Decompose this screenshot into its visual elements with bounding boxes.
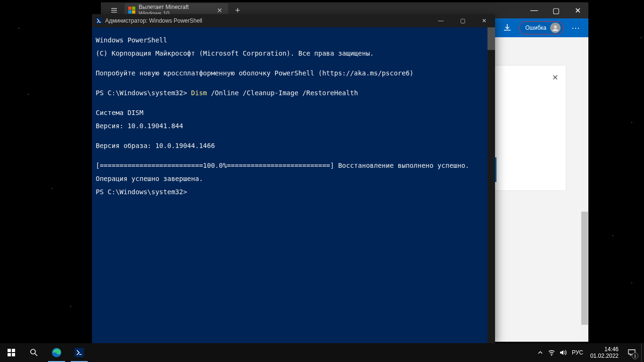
- chevron-up-icon: [538, 350, 543, 355]
- edge-icon: [51, 347, 62, 358]
- svg-rect-3: [128, 7, 132, 10]
- clock-date: 01.02.2022: [590, 353, 619, 359]
- edge-downloads-button[interactable]: [499, 20, 515, 36]
- taskbar: РУС 14:46 01.02.2022 1: [0, 343, 644, 362]
- ps-close-button[interactable]: ✕: [473, 14, 495, 27]
- ps-line: Версия: 10.0.19041.844: [96, 123, 491, 129]
- ps-maximize-button[interactable]: ▢: [452, 14, 473, 27]
- tray-clock[interactable]: 14:46 01.02.2022: [586, 346, 622, 359]
- edge-close-button[interactable]: ✕: [567, 2, 588, 18]
- clock-time: 14:46: [604, 346, 619, 353]
- show-desktop-button[interactable]: [641, 343, 644, 362]
- ps-minimize-button[interactable]: —: [430, 14, 452, 27]
- ps-line: PS C:\Windows\system32> Dism /Online /Cl…: [96, 90, 491, 96]
- ps-line: PS C:\Windows\system32>: [96, 189, 491, 195]
- ps-scrollbar-thumb[interactable]: [487, 27, 495, 50]
- powershell-output: Windows PowerShell (C) Корпорация Майкро…: [92, 27, 495, 211]
- ps-line: Версия образа: 10.0.19044.1466: [96, 142, 491, 149]
- maximize-icon: ▢: [553, 6, 560, 15]
- edge-scrollbar-thumb[interactable]: [581, 212, 588, 325]
- svg-rect-12: [12, 353, 15, 356]
- powershell-window: Администратор: Windows PowerShell — ▢ ✕ …: [92, 14, 495, 343]
- action-center-button[interactable]: 1: [622, 343, 641, 362]
- powershell-body[interactable]: Windows PowerShell (C) Корпорация Майкро…: [92, 27, 495, 343]
- svg-point-7: [554, 25, 557, 28]
- tray-language-button[interactable]: РУС: [569, 343, 586, 362]
- search-icon: [30, 348, 38, 357]
- svg-rect-2: [111, 12, 117, 13]
- download-icon: [503, 24, 512, 32]
- start-button[interactable]: [0, 343, 23, 362]
- powershell-titlebar[interactable]: Администратор: Windows PowerShell — ▢ ✕: [92, 14, 495, 27]
- close-icon: ✕: [552, 74, 558, 82]
- edge-minimize-button[interactable]: —: [523, 2, 545, 18]
- wifi-icon: [548, 349, 555, 356]
- svg-rect-10: [12, 349, 15, 352]
- edge-profile-avatar-icon: [550, 23, 561, 33]
- notification-count: 1: [632, 353, 638, 359]
- system-tray: РУС 14:46 01.02.2022 1: [535, 343, 644, 362]
- powershell-icon: [74, 348, 84, 357]
- ps-cmd: Dism: [191, 89, 207, 97]
- search-button[interactable]: [23, 343, 45, 362]
- ps-scrollbar[interactable]: [487, 27, 495, 343]
- tray-overflow-button[interactable]: [535, 343, 546, 362]
- ps-line: Система DISM: [96, 109, 491, 116]
- tray-network-button[interactable]: [546, 343, 557, 362]
- edge-maximize-button[interactable]: ▢: [545, 2, 567, 18]
- svg-rect-1: [111, 10, 117, 11]
- minimize-icon: —: [530, 6, 538, 15]
- powershell-title: Администратор: Windows PowerShell: [105, 17, 202, 24]
- close-icon: ✕: [482, 17, 487, 24]
- windows-logo-icon: [8, 349, 15, 356]
- svg-rect-4: [132, 7, 135, 10]
- powershell-icon: [96, 17, 102, 24]
- microsoft-favicon-icon: [128, 7, 136, 14]
- ellipsis-icon: ⋯: [571, 23, 580, 33]
- svg-rect-5: [128, 10, 132, 14]
- tab-actions-icon: [111, 7, 117, 14]
- svg-rect-6: [132, 10, 135, 14]
- language-label: РУС: [572, 349, 583, 356]
- taskbar-edge-button[interactable]: [45, 343, 68, 362]
- minimize-icon: —: [438, 17, 444, 24]
- edge-tab-close-button[interactable]: ✕: [215, 7, 224, 14]
- svg-rect-11: [8, 353, 11, 356]
- svg-rect-9: [8, 349, 11, 352]
- ps-cmd-args: /Online /Cleanup-Image /RestoreHealth: [207, 89, 358, 97]
- svg-rect-0: [111, 8, 117, 9]
- edge-scrollbar[interactable]: [581, 37, 588, 342]
- edge-profile-error-pill[interactable]: Ошибка: [519, 21, 564, 34]
- ps-line: Windows PowerShell: [96, 37, 491, 43]
- maximize-icon: ▢: [460, 17, 465, 24]
- ps-line: (C) Корпорация Майкрософт (Microsoft Cor…: [96, 50, 491, 57]
- close-icon: ✕: [575, 6, 581, 15]
- ps-prompt: PS C:\Windows\system32>: [96, 89, 191, 97]
- taskbar-powershell-button[interactable]: [68, 343, 91, 362]
- edge-error-label: Ошибка: [525, 25, 546, 31]
- svg-point-13: [31, 349, 35, 354]
- promo-close-button[interactable]: ✕: [552, 73, 558, 82]
- ps-line: Операция успешно завершена.: [96, 175, 491, 182]
- ps-line: Попробуйте новую кроссплатформенную обол…: [96, 70, 491, 76]
- speaker-icon: [559, 349, 567, 356]
- tray-volume-button[interactable]: [557, 343, 569, 362]
- ps-line: [==========================100.0%=======…: [96, 162, 491, 169]
- svg-line-14: [35, 354, 37, 356]
- edge-app-menu-button[interactable]: ⋯: [568, 20, 584, 36]
- svg-point-17: [551, 355, 552, 356]
